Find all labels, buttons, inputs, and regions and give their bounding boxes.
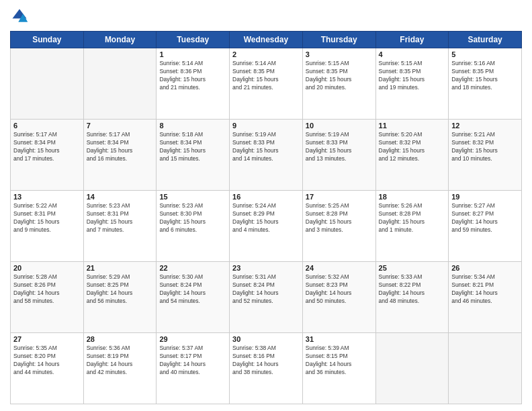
calendar-cell: 9Sunrise: 5:19 AMSunset: 8:33 PMDaylight… bbox=[230, 120, 303, 191]
day-number: 6 bbox=[13, 122, 81, 130]
day-info: Sunrise: 5:16 AMSunset: 8:35 PMDaylight:… bbox=[451, 60, 519, 92]
day-info: Sunrise: 5:17 AMSunset: 8:34 PMDaylight:… bbox=[13, 131, 81, 163]
calendar-cell: 14Sunrise: 5:23 AMSunset: 8:31 PMDayligh… bbox=[83, 191, 157, 262]
weekday-header-wednesday: Wednesday bbox=[230, 32, 303, 48]
day-info: Sunrise: 5:19 AMSunset: 8:33 PMDaylight:… bbox=[306, 131, 373, 163]
day-number: 16 bbox=[232, 193, 300, 201]
day-number: 17 bbox=[306, 193, 373, 201]
day-number: 13 bbox=[13, 193, 81, 201]
day-number: 23 bbox=[232, 264, 300, 272]
calendar-cell: 30Sunrise: 5:38 AMSunset: 8:16 PMDayligh… bbox=[230, 333, 303, 404]
calendar-cell: 13Sunrise: 5:22 AMSunset: 8:31 PMDayligh… bbox=[11, 191, 84, 262]
calendar-cell: 25Sunrise: 5:33 AMSunset: 8:22 PMDayligh… bbox=[375, 262, 449, 333]
calendar-cell: 12Sunrise: 5:21 AMSunset: 8:32 PMDayligh… bbox=[449, 120, 522, 191]
day-number: 24 bbox=[306, 264, 373, 272]
day-info: Sunrise: 5:38 AMSunset: 8:16 PMDaylight:… bbox=[232, 345, 300, 377]
weekday-header-saturday: Saturday bbox=[449, 32, 522, 48]
calendar-cell: 28Sunrise: 5:36 AMSunset: 8:19 PMDayligh… bbox=[83, 333, 157, 404]
day-info: Sunrise: 5:23 AMSunset: 8:30 PMDaylight:… bbox=[159, 202, 226, 234]
weekday-header-friday: Friday bbox=[375, 32, 449, 48]
day-info: Sunrise: 5:32 AMSunset: 8:23 PMDaylight:… bbox=[306, 273, 373, 306]
day-number: 29 bbox=[159, 335, 226, 343]
day-number: 30 bbox=[232, 335, 300, 343]
week-row-0: 1Sunrise: 5:14 AMSunset: 8:36 PMDaylight… bbox=[11, 48, 522, 120]
calendar-cell: 18Sunrise: 5:26 AMSunset: 8:28 PMDayligh… bbox=[375, 191, 449, 262]
calendar-cell: 21Sunrise: 5:29 AMSunset: 8:25 PMDayligh… bbox=[83, 262, 157, 333]
day-info: Sunrise: 5:22 AMSunset: 8:31 PMDaylight:… bbox=[13, 202, 81, 234]
day-number: 28 bbox=[87, 335, 154, 343]
day-info: Sunrise: 5:20 AMSunset: 8:32 PMDaylight:… bbox=[379, 131, 446, 163]
calendar: SundayMondayTuesdayWednesdayThursdayFrid… bbox=[10, 31, 522, 404]
calendar-cell: 26Sunrise: 5:34 AMSunset: 8:21 PMDayligh… bbox=[449, 262, 522, 333]
page: SundayMondayTuesdayWednesdayThursdayFrid… bbox=[0, 0, 532, 411]
day-info: Sunrise: 5:28 AMSunset: 8:26 PMDaylight:… bbox=[13, 273, 81, 306]
day-info: Sunrise: 5:17 AMSunset: 8:34 PMDaylight:… bbox=[87, 131, 154, 163]
calendar-cell: 10Sunrise: 5:19 AMSunset: 8:33 PMDayligh… bbox=[302, 120, 375, 191]
day-number: 27 bbox=[13, 335, 81, 343]
calendar-cell: 1Sunrise: 5:14 AMSunset: 8:36 PMDaylight… bbox=[157, 48, 230, 120]
calendar-cell: 11Sunrise: 5:20 AMSunset: 8:32 PMDayligh… bbox=[375, 120, 449, 191]
day-number: 31 bbox=[306, 335, 373, 343]
calendar-cell: 22Sunrise: 5:30 AMSunset: 8:24 PMDayligh… bbox=[157, 262, 230, 333]
day-info: Sunrise: 5:31 AMSunset: 8:24 PMDaylight:… bbox=[232, 273, 300, 306]
calendar-cell: 4Sunrise: 5:15 AMSunset: 8:35 PMDaylight… bbox=[375, 48, 449, 120]
day-number: 8 bbox=[159, 122, 226, 130]
day-info: Sunrise: 5:33 AMSunset: 8:22 PMDaylight:… bbox=[379, 273, 446, 306]
day-number: 11 bbox=[379, 122, 446, 130]
day-info: Sunrise: 5:14 AMSunset: 8:35 PMDaylight:… bbox=[232, 60, 300, 92]
day-number: 22 bbox=[159, 264, 226, 272]
calendar-cell: 24Sunrise: 5:32 AMSunset: 8:23 PMDayligh… bbox=[302, 262, 375, 333]
day-number: 9 bbox=[232, 122, 300, 130]
day-number: 12 bbox=[451, 122, 519, 130]
day-number: 25 bbox=[379, 264, 446, 272]
day-info: Sunrise: 5:37 AMSunset: 8:17 PMDaylight:… bbox=[159, 345, 226, 377]
week-row-4: 27Sunrise: 5:35 AMSunset: 8:20 PMDayligh… bbox=[11, 333, 522, 404]
calendar-cell: 3Sunrise: 5:15 AMSunset: 8:35 PMDaylight… bbox=[302, 48, 375, 120]
day-info: Sunrise: 5:15 AMSunset: 8:35 PMDaylight:… bbox=[379, 60, 446, 92]
day-info: Sunrise: 5:26 AMSunset: 8:28 PMDaylight:… bbox=[379, 202, 446, 234]
weekday-header-monday: Monday bbox=[83, 32, 157, 48]
week-row-2: 13Sunrise: 5:22 AMSunset: 8:31 PMDayligh… bbox=[11, 191, 522, 262]
day-number: 18 bbox=[379, 193, 446, 201]
day-info: Sunrise: 5:36 AMSunset: 8:19 PMDaylight:… bbox=[87, 345, 154, 377]
week-row-3: 20Sunrise: 5:28 AMSunset: 8:26 PMDayligh… bbox=[11, 262, 522, 333]
day-number: 14 bbox=[87, 193, 154, 201]
calendar-cell: 8Sunrise: 5:18 AMSunset: 8:34 PMDaylight… bbox=[157, 120, 230, 191]
day-number: 3 bbox=[306, 50, 373, 58]
day-info: Sunrise: 5:21 AMSunset: 8:32 PMDaylight:… bbox=[451, 131, 519, 163]
day-info: Sunrise: 5:35 AMSunset: 8:20 PMDaylight:… bbox=[13, 345, 81, 377]
calendar-cell: 29Sunrise: 5:37 AMSunset: 8:17 PMDayligh… bbox=[157, 333, 230, 404]
day-info: Sunrise: 5:18 AMSunset: 8:34 PMDaylight:… bbox=[159, 131, 226, 163]
weekday-header-sunday: Sunday bbox=[11, 32, 84, 48]
day-number: 5 bbox=[451, 50, 519, 58]
calendar-cell bbox=[449, 333, 522, 404]
calendar-cell: 27Sunrise: 5:35 AMSunset: 8:20 PMDayligh… bbox=[11, 333, 84, 404]
day-info: Sunrise: 5:39 AMSunset: 8:15 PMDaylight:… bbox=[306, 345, 373, 377]
day-number: 1 bbox=[159, 50, 226, 58]
week-row-1: 6Sunrise: 5:17 AMSunset: 8:34 PMDaylight… bbox=[11, 120, 522, 191]
day-number: 19 bbox=[451, 193, 519, 201]
calendar-cell: 19Sunrise: 5:27 AMSunset: 8:27 PMDayligh… bbox=[449, 191, 522, 262]
calendar-cell: 17Sunrise: 5:25 AMSunset: 8:28 PMDayligh… bbox=[302, 191, 375, 262]
day-number: 10 bbox=[306, 122, 373, 130]
calendar-cell: 20Sunrise: 5:28 AMSunset: 8:26 PMDayligh… bbox=[11, 262, 84, 333]
calendar-cell: 6Sunrise: 5:17 AMSunset: 8:34 PMDaylight… bbox=[11, 120, 84, 191]
day-info: Sunrise: 5:19 AMSunset: 8:33 PMDaylight:… bbox=[232, 131, 300, 163]
day-info: Sunrise: 5:29 AMSunset: 8:25 PMDaylight:… bbox=[87, 273, 154, 306]
day-info: Sunrise: 5:25 AMSunset: 8:28 PMDaylight:… bbox=[306, 202, 373, 234]
calendar-cell: 31Sunrise: 5:39 AMSunset: 8:15 PMDayligh… bbox=[302, 333, 375, 404]
day-info: Sunrise: 5:14 AMSunset: 8:36 PMDaylight:… bbox=[159, 60, 226, 92]
calendar-cell bbox=[11, 48, 84, 120]
calendar-cell: 23Sunrise: 5:31 AMSunset: 8:24 PMDayligh… bbox=[230, 262, 303, 333]
calendar-header: SundayMondayTuesdayWednesdayThursdayFrid… bbox=[11, 32, 522, 48]
day-number: 26 bbox=[451, 264, 519, 272]
day-number: 4 bbox=[379, 50, 446, 58]
day-number: 7 bbox=[87, 122, 154, 130]
day-info: Sunrise: 5:27 AMSunset: 8:27 PMDaylight:… bbox=[451, 202, 519, 234]
calendar-cell bbox=[83, 48, 157, 120]
weekday-header-thursday: Thursday bbox=[302, 32, 375, 48]
logo-icon bbox=[10, 7, 29, 26]
calendar-cell bbox=[375, 333, 449, 404]
calendar-cell: 15Sunrise: 5:23 AMSunset: 8:30 PMDayligh… bbox=[157, 191, 230, 262]
day-number: 21 bbox=[87, 264, 154, 272]
